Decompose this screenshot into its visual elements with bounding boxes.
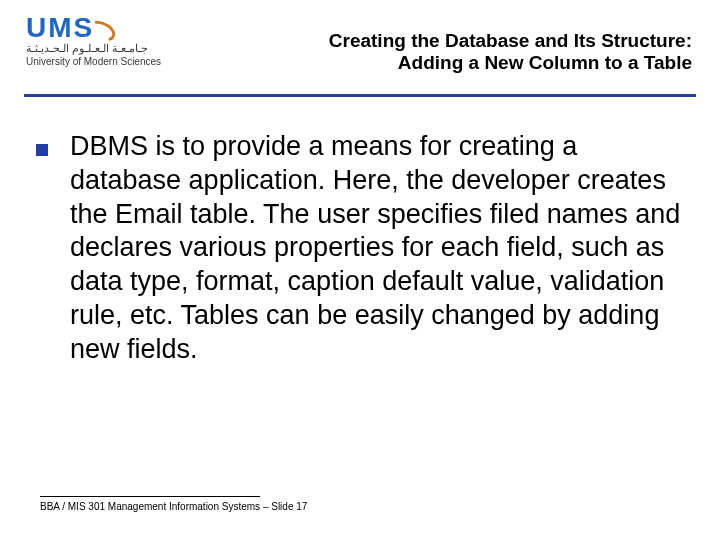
logo: UMS جـامـعـة الـعـلـوم الـحـديـثـة Unive… [26, 12, 216, 82]
slide-body: DBMS is to provide a means for creating … [36, 130, 690, 366]
footer-divider [40, 496, 260, 497]
logo-english-text: University of Modern Sciences [26, 56, 216, 67]
logo-abbr: UMS [26, 12, 216, 44]
swoosh-icon [88, 16, 112, 40]
slide: UMS جـامـعـة الـعـلـوم الـحـديـثـة Unive… [0, 0, 720, 540]
footer-text: BBA / MIS 301 Management Information Sys… [40, 501, 680, 512]
logo-abbr-text: UMS [26, 12, 94, 44]
slide-header: UMS جـامـعـة الـعـلـوم الـحـديـثـة Unive… [0, 0, 720, 92]
square-bullet-icon [36, 144, 48, 156]
title-line-1: Creating the Database and Its Structure: [329, 30, 692, 52]
slide-footer: BBA / MIS 301 Management Information Sys… [40, 496, 680, 512]
bullet-text: DBMS is to provide a means for creating … [70, 130, 690, 366]
header-divider [24, 94, 696, 97]
slide-title: Creating the Database and Its Structure:… [329, 30, 692, 74]
title-line-2: Adding a New Column to a Table [329, 52, 692, 74]
logo-arabic-text: جـامـعـة الـعـلـوم الـحـديـثـة [26, 42, 216, 55]
bullet-item: DBMS is to provide a means for creating … [36, 130, 690, 366]
